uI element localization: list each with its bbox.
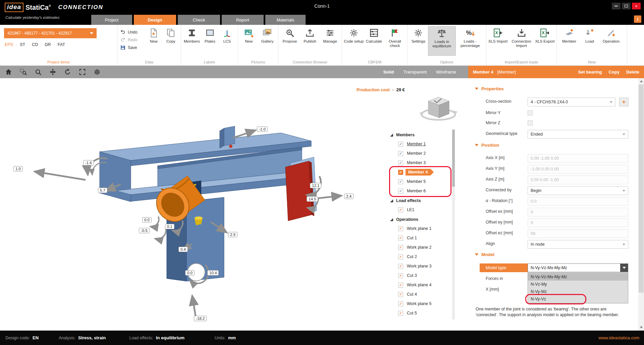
checkbox-icon[interactable]: ✓	[398, 160, 403, 165]
red-end-plate[interactable]	[285, 161, 314, 221]
new-project-item-button[interactable]: New	[145, 26, 162, 56]
code-fat[interactable]: FAT	[54, 42, 65, 47]
project-item-dropdown[interactable]: 421967 - 485177 - 421701 - 422917	[4, 28, 97, 38]
code-setup-button[interactable]: Code setup	[343, 26, 364, 56]
geometrical-type-select[interactable]: Ended	[528, 130, 628, 139]
navigation-cube[interactable]	[419, 97, 458, 120]
tree-group-members[interactable]: Members	[390, 131, 415, 139]
redo-button[interactable]: Redo	[119, 36, 145, 44]
tree-item-member-4-selected[interactable]: ✓Member 4	[388, 169, 455, 177]
manage-button[interactable]: Manage	[320, 26, 340, 56]
loads-in-equilibrium-toggle[interactable]: Loads in equilibrium	[428, 26, 456, 56]
align-select[interactable]: In node	[528, 240, 628, 249]
tab-design[interactable]: Design	[134, 15, 176, 25]
scroll-up-button[interactable]	[638, 78, 644, 84]
checkbox-icon[interactable]: ✓	[398, 273, 403, 278]
beam-member[interactable]	[100, 133, 311, 202]
expander-icon[interactable]	[390, 199, 393, 202]
propose-button[interactable]: Propose	[280, 26, 300, 56]
tab-materials[interactable]: Materials	[265, 15, 306, 25]
tree-scrollbar[interactable]	[452, 130, 455, 319]
tree-item-member-5[interactable]: ✓Member 5	[388, 178, 455, 186]
render-mode-button[interactable]	[91, 67, 103, 77]
zoom-window-button[interactable]	[17, 67, 30, 77]
delete-member-button[interactable]: Delete	[626, 69, 639, 75]
checkbox-icon[interactable]: ✓	[398, 292, 403, 297]
loads-percentage-toggle[interactable]: % Loads - percentage	[456, 26, 485, 56]
tree-item-work-plane-2[interactable]: ✓Work plane 2	[388, 244, 455, 252]
connection-import-button[interactable]: Connection Import	[508, 26, 535, 56]
combo-dropdown-button[interactable]	[620, 264, 628, 272]
save-button[interactable]: Save	[119, 44, 145, 51]
labels-members-button[interactable]: Members	[182, 26, 201, 56]
tab-check[interactable]: Check	[178, 15, 220, 25]
checkbox-icon[interactable]: ✓	[398, 283, 403, 288]
code-st[interactable]: ST	[16, 42, 25, 47]
labels-plates-button[interactable]: Plates	[201, 26, 219, 56]
copy-project-item-button[interactable]: Copy	[162, 26, 179, 56]
checkbox-icon[interactable]: ✓	[398, 226, 403, 231]
xls-import-button[interactable]: X XLS Import	[488, 26, 508, 56]
picture-new-button[interactable]: New	[239, 26, 258, 56]
add-cross-section-button[interactable]: +	[619, 98, 629, 106]
tree-item-work-plane-5[interactable]: ✓Work plane 5	[388, 300, 455, 308]
3d-viewport[interactable]: Production cost - 29 € -1.0 1.0 -1.6 5.7…	[0, 78, 468, 331]
set-bearing-button[interactable]: Set bearing	[578, 69, 602, 75]
pan-button[interactable]	[46, 67, 59, 77]
dropdown-option-4[interactable]: N-Vy-Vz	[528, 295, 628, 303]
new-operation-button[interactable]: Operation	[599, 26, 623, 56]
picture-gallery-button[interactable]: Gallery	[258, 26, 277, 56]
tree-group-load-effects[interactable]: Load effects	[390, 197, 421, 204]
cross-section-select[interactable]: 4 - CFCHS76.1X4.0	[528, 98, 615, 106]
website-link[interactable]: www.ideastatica.com	[599, 335, 639, 340]
section-model[interactable]: Model	[475, 252, 494, 257]
checkbox-icon[interactable]: ✓	[398, 311, 403, 316]
tab-project[interactable]: Project	[91, 15, 132, 25]
copy-member-button[interactable]: Copy	[608, 69, 620, 75]
overall-check-button[interactable]: Overall check	[384, 26, 406, 56]
new-member-button[interactable]: Member	[558, 26, 580, 56]
tree-item-member-3[interactable]: ✓Member 3	[388, 159, 455, 167]
checkbox-icon[interactable]: ✓	[398, 301, 403, 306]
model-type-select[interactable]: N-Vy-Vz-Mx-My-Mz	[528, 263, 628, 272]
expander-icon[interactable]	[390, 218, 393, 221]
tree-item-cut-5[interactable]: ✓Cut 5	[388, 310, 455, 318]
checkbox-icon[interactable]: ✓	[398, 151, 403, 156]
checkbox-icon[interactable]: ✓	[398, 179, 403, 184]
dropdown-option-1[interactable]: N-Vy-Vz-Mx-My-Mz	[528, 273, 628, 281]
view-mode-wireframe[interactable]: Wireframe	[436, 69, 456, 75]
mirror-z-checkbox[interactable]	[528, 120, 533, 126]
section-position[interactable]: Position	[475, 143, 499, 148]
tree-item-member-1[interactable]: ✓Member 1	[388, 141, 455, 149]
minimize-button[interactable]	[612, 3, 621, 9]
zoom-extents-button[interactable]	[76, 67, 89, 77]
mirror-y-checkbox[interactable]	[528, 110, 533, 115]
dropdown-option-3[interactable]: N-Vy-Mz	[528, 288, 628, 295]
tree-item-cut-1[interactable]: ✓Cut 1	[388, 235, 455, 243]
checkbox-icon[interactable]: ✓	[398, 245, 403, 250]
labels-lcs-button[interactable]: LCS	[219, 26, 235, 56]
scrollbar-thumb[interactable]	[452, 130, 455, 187]
scrollbar-thumb[interactable]	[639, 85, 644, 293]
checkbox-icon[interactable]: ✓	[398, 264, 403, 269]
scroll-down-button[interactable]	[638, 325, 644, 331]
checkbox-icon[interactable]: ✓	[398, 236, 403, 241]
new-load-button[interactable]: Load	[580, 26, 599, 56]
tree-item-cut-3[interactable]: ✓Cut 3	[388, 272, 455, 280]
checkbox-icon[interactable]: ✓	[398, 254, 403, 259]
code-dr[interactable]: DR	[41, 42, 51, 47]
undo-button[interactable]: Undo	[119, 28, 145, 36]
tree-item-member-2[interactable]: ✓Member 2	[388, 150, 455, 158]
tree-item-work-plane-1[interactable]: ✓Work plane 1	[388, 225, 455, 233]
code-eps[interactable]: EPS	[5, 42, 13, 47]
tree-item-work-plane-3[interactable]: ✓Work plane 3	[388, 263, 455, 271]
tree-item-member-6[interactable]: ✓Member 6	[388, 188, 455, 196]
section-properties[interactable]: Properties	[475, 86, 504, 91]
close-button[interactable]: ×	[632, 3, 641, 9]
code-cd[interactable]: CD	[28, 42, 38, 47]
calculate-button[interactable]: Calculate	[364, 26, 384, 56]
checkbox-icon[interactable]: ✓	[398, 189, 403, 194]
tree-group-operations[interactable]: Operations	[390, 216, 418, 223]
publish-button[interactable]: Publish	[300, 26, 320, 56]
dropdown-option-2[interactable]: N-Vz-My	[528, 281, 628, 288]
